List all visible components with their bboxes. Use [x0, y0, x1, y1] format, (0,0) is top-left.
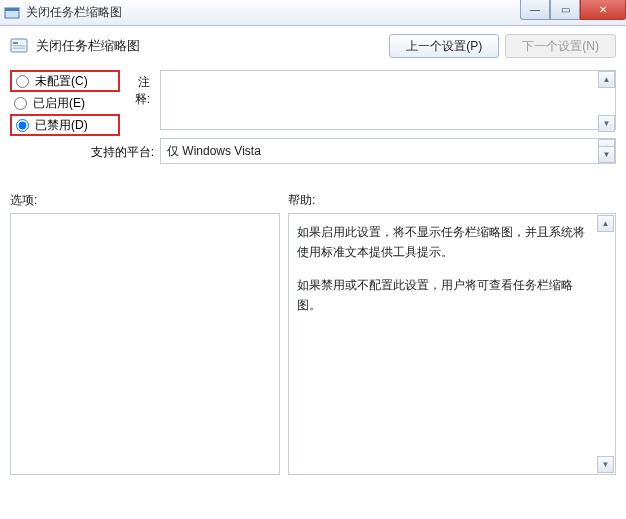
- comment-textarea[interactable]: [160, 70, 616, 130]
- radio-enabled-label: 已启用(E): [33, 95, 85, 112]
- radio-enabled[interactable]: 已启用(E): [10, 92, 120, 114]
- window-controls: — ▭ ✕: [520, 0, 626, 20]
- svg-rect-5: [13, 48, 25, 50]
- policy-icon: [10, 37, 28, 55]
- svg-rect-4: [13, 45, 25, 47]
- comment-scroll-down-icon[interactable]: ▼: [598, 115, 615, 132]
- window-titlebar: 关闭任务栏缩略图 — ▭ ✕: [0, 0, 626, 26]
- maximize-button[interactable]: ▭: [550, 0, 580, 20]
- platform-scroll-down-icon[interactable]: ▼: [598, 146, 615, 163]
- platform-value: 仅 Windows Vista: [160, 138, 616, 164]
- svg-rect-3: [13, 42, 18, 44]
- radio-enabled-input[interactable]: [14, 97, 27, 110]
- radio-not-configured[interactable]: 未配置(C): [10, 70, 120, 92]
- comment-scroll-up-icon[interactable]: ▲: [598, 71, 615, 88]
- radio-not-configured-input[interactable]: [16, 75, 29, 88]
- prev-setting-button[interactable]: 上一个设置(P): [389, 34, 499, 58]
- svg-rect-1: [5, 8, 19, 11]
- options-pane: [10, 213, 280, 475]
- radio-disabled-input[interactable]: [16, 119, 29, 132]
- help-paragraph-1: 如果启用此设置，将不显示任务栏缩略图，并且系统将使用标准文本提供工具提示。: [297, 222, 595, 263]
- window-title: 关闭任务栏缩略图: [26, 4, 122, 21]
- options-section-label: 选项:: [10, 192, 288, 209]
- minimize-button[interactable]: —: [520, 0, 550, 20]
- state-radio-group: 未配置(C) 已启用(E) 已禁用(D): [10, 70, 120, 136]
- app-icon: [4, 5, 20, 21]
- platform-label: 支持的平台:: [10, 138, 154, 164]
- help-scroll-up-icon[interactable]: ▲: [597, 215, 614, 232]
- page-title: 关闭任务栏缩略图: [36, 37, 389, 55]
- radio-disabled-label: 已禁用(D): [35, 117, 88, 134]
- next-setting-button: 下一个设置(N): [505, 34, 616, 58]
- help-scroll-down-icon[interactable]: ▼: [597, 456, 614, 473]
- radio-not-configured-label: 未配置(C): [35, 73, 88, 90]
- radio-disabled[interactable]: 已禁用(D): [10, 114, 120, 136]
- help-section-label: 帮助:: [288, 192, 315, 209]
- comment-label: 注释:: [126, 70, 154, 136]
- help-pane: 如果启用此设置，将不显示任务栏缩略图，并且系统将使用标准文本提供工具提示。 如果…: [288, 213, 616, 475]
- help-paragraph-2: 如果禁用或不配置此设置，用户将可查看任务栏缩略图。: [297, 275, 595, 316]
- close-button[interactable]: ✕: [580, 0, 626, 20]
